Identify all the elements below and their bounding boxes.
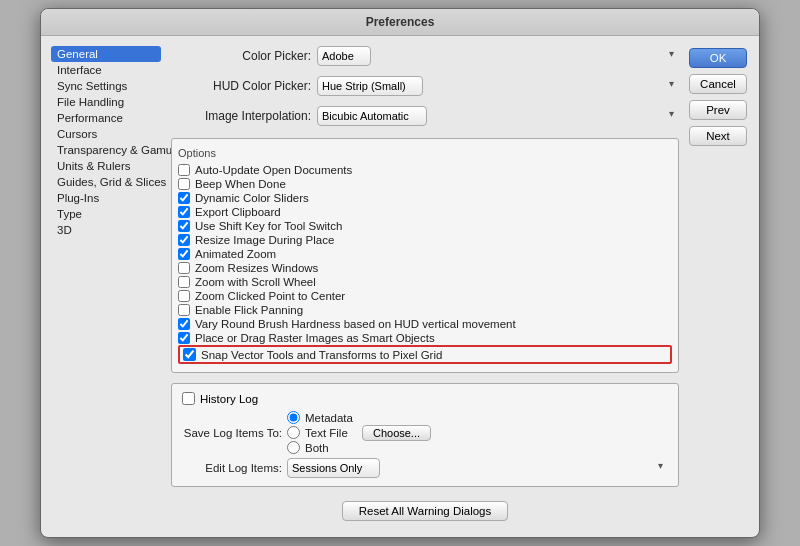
checkbox-3[interactable] bbox=[178, 206, 190, 218]
checkbox-row-4: Use Shift Key for Tool Switch bbox=[178, 219, 672, 233]
radio-group: MetadataText FileBoth bbox=[287, 411, 353, 454]
checkbox-row-6: Animated Zoom bbox=[178, 247, 672, 261]
radio-row-0: Metadata bbox=[287, 411, 353, 424]
options-checkboxes: Auto-Update Open DocumentsBeep When Done… bbox=[178, 163, 672, 364]
sidebar-item-guides--grid---slices[interactable]: Guides, Grid & Slices bbox=[51, 174, 161, 190]
checkbox-row-11: Vary Round Brush Hardness based on HUD v… bbox=[178, 317, 672, 331]
options-title: Options bbox=[178, 147, 672, 159]
checkbox-row-5: Resize Image During Place bbox=[178, 233, 672, 247]
sidebar-item-interface[interactable]: Interface bbox=[51, 62, 161, 78]
radio-both[interactable] bbox=[287, 441, 300, 454]
options-box: Options Auto-Update Open DocumentsBeep W… bbox=[171, 138, 679, 373]
checkbox-label-3: Export Clipboard bbox=[195, 206, 281, 218]
hud-color-picker-label: HUD Color Picker: bbox=[171, 79, 311, 93]
checkbox-10[interactable] bbox=[178, 304, 190, 316]
radio-label-0: Metadata bbox=[305, 412, 353, 424]
color-picker-select[interactable]: Adobe bbox=[317, 46, 371, 66]
checkbox-row-8: Zoom with Scroll Wheel bbox=[178, 275, 672, 289]
save-log-label: Save Log Items To: bbox=[182, 427, 282, 439]
checkbox-label-7: Zoom Resizes Windows bbox=[195, 262, 318, 274]
sidebar-item-type[interactable]: Type bbox=[51, 206, 161, 222]
checkbox-label-2: Dynamic Color Sliders bbox=[195, 192, 309, 204]
sidebar-item-plug-ins[interactable]: Plug-Ins bbox=[51, 190, 161, 206]
checkbox-label-8: Zoom with Scroll Wheel bbox=[195, 276, 316, 288]
checkbox-row-10: Enable Flick Panning bbox=[178, 303, 672, 317]
edit-log-select-wrapper: Sessions Only bbox=[287, 458, 668, 478]
checkbox-11[interactable] bbox=[178, 318, 190, 330]
reset-button[interactable]: Reset All Warning Dialogs bbox=[342, 501, 509, 521]
checkbox-row-0: Auto-Update Open Documents bbox=[178, 163, 672, 177]
radio-label-1: Text File bbox=[305, 427, 348, 439]
checkbox-label-9: Zoom Clicked Point to Center bbox=[195, 290, 345, 302]
hud-color-picker-row: HUD Color Picker: Hue Strip (Small) bbox=[171, 76, 679, 96]
checkbox-12[interactable] bbox=[178, 332, 190, 344]
sidebar: GeneralInterfaceSync SettingsFile Handli… bbox=[51, 46, 161, 527]
sidebar-item-cursors[interactable]: Cursors bbox=[51, 126, 161, 142]
checkbox-row-9: Zoom Clicked Point to Center bbox=[178, 289, 672, 303]
radio-row-2: Both bbox=[287, 441, 353, 454]
checkbox-9[interactable] bbox=[178, 290, 190, 302]
checkbox-5[interactable] bbox=[178, 234, 190, 246]
checkbox-label-4: Use Shift Key for Tool Switch bbox=[195, 220, 342, 232]
checkbox-6[interactable] bbox=[178, 248, 190, 260]
sidebar-item-file-handling[interactable]: File Handling bbox=[51, 94, 161, 110]
sidebar-item-units---rulers[interactable]: Units & Rulers bbox=[51, 158, 161, 174]
checkbox-row-7: Zoom Resizes Windows bbox=[178, 261, 672, 275]
cancel-button[interactable]: Cancel bbox=[689, 74, 747, 94]
sidebar-item-general[interactable]: General bbox=[51, 46, 161, 62]
checkbox-label-10: Enable Flick Panning bbox=[195, 304, 303, 316]
history-log-checkbox[interactable] bbox=[182, 392, 195, 405]
color-picker-row: Color Picker: Adobe bbox=[171, 46, 679, 66]
sidebar-item-performance[interactable]: Performance bbox=[51, 110, 161, 126]
ok-button[interactable]: OK bbox=[689, 48, 747, 68]
color-picker-label: Color Picker: bbox=[171, 49, 311, 63]
prev-button[interactable]: Prev bbox=[689, 100, 747, 120]
image-interpolation-select-wrapper: Bicubic Automatic bbox=[317, 106, 679, 126]
sidebar-item-sync-settings[interactable]: Sync Settings bbox=[51, 78, 161, 94]
image-interpolation-row: Image Interpolation: Bicubic Automatic bbox=[171, 106, 679, 126]
color-picker-select-wrapper: Adobe bbox=[317, 46, 679, 66]
checkbox-snap-vector[interactable] bbox=[183, 348, 196, 361]
radio-label-2: Both bbox=[305, 442, 329, 454]
dialog-titlebar: Preferences bbox=[41, 9, 759, 36]
checkbox-label-12: Place or Drag Raster Images as Smart Obj… bbox=[195, 332, 435, 344]
checkbox-label: Snap Vector Tools and Transforms to Pixe… bbox=[201, 349, 442, 361]
choose-button[interactable]: Choose... bbox=[362, 425, 431, 441]
history-box: History Log Save Log Items To: MetadataT… bbox=[171, 383, 679, 487]
history-title: History Log bbox=[182, 392, 668, 405]
edit-log-label: Edit Log Items: bbox=[182, 462, 282, 474]
sidebar-item-3d[interactable]: 3D bbox=[51, 222, 161, 238]
action-buttons: OK Cancel Prev Next bbox=[689, 46, 749, 527]
edit-log-row: Edit Log Items: Sessions Only bbox=[182, 458, 668, 478]
main-content: Color Picker: Adobe HUD Color Picker: Hu… bbox=[171, 46, 679, 527]
checkbox-4[interactable] bbox=[178, 220, 190, 232]
checkbox-7[interactable] bbox=[178, 262, 190, 274]
checkbox-label-6: Animated Zoom bbox=[195, 248, 276, 260]
checkbox-label-1: Beep When Done bbox=[195, 178, 286, 190]
history-log-label: History Log bbox=[200, 393, 258, 405]
checkbox-label-5: Resize Image During Place bbox=[195, 234, 334, 246]
radio-metadata[interactable] bbox=[287, 411, 300, 424]
checkbox-1[interactable] bbox=[178, 178, 190, 190]
reset-button-row: Reset All Warning Dialogs bbox=[171, 501, 679, 527]
checkbox-row-2: Dynamic Color Sliders bbox=[178, 191, 672, 205]
checkbox-row-1: Beep When Done bbox=[178, 177, 672, 191]
hud-color-picker-select-wrapper: Hue Strip (Small) bbox=[317, 76, 679, 96]
preferences-dialog: Preferences GeneralInterfaceSync Setting… bbox=[40, 8, 760, 538]
dialog-title: Preferences bbox=[366, 15, 435, 29]
checkbox-row-12: Place or Drag Raster Images as Smart Obj… bbox=[178, 331, 672, 345]
sidebar-item-transparency---gamut[interactable]: Transparency & Gamut bbox=[51, 142, 161, 158]
save-log-row: Save Log Items To: MetadataText FileBoth… bbox=[182, 411, 668, 454]
checkbox-row-highlighted: Snap Vector Tools and Transforms to Pixe… bbox=[178, 345, 672, 364]
checkbox-8[interactable] bbox=[178, 276, 190, 288]
radio-text-file[interactable] bbox=[287, 426, 300, 439]
edit-log-select[interactable]: Sessions Only bbox=[287, 458, 380, 478]
radio-row-1: Text File bbox=[287, 426, 353, 439]
checkbox-row-3: Export Clipboard bbox=[178, 205, 672, 219]
checkbox-2[interactable] bbox=[178, 192, 190, 204]
checkbox-0[interactable] bbox=[178, 164, 190, 176]
next-button[interactable]: Next bbox=[689, 126, 747, 146]
checkbox-label-11: Vary Round Brush Hardness based on HUD v… bbox=[195, 318, 516, 330]
image-interpolation-select[interactable]: Bicubic Automatic bbox=[317, 106, 427, 126]
hud-color-picker-select[interactable]: Hue Strip (Small) bbox=[317, 76, 423, 96]
